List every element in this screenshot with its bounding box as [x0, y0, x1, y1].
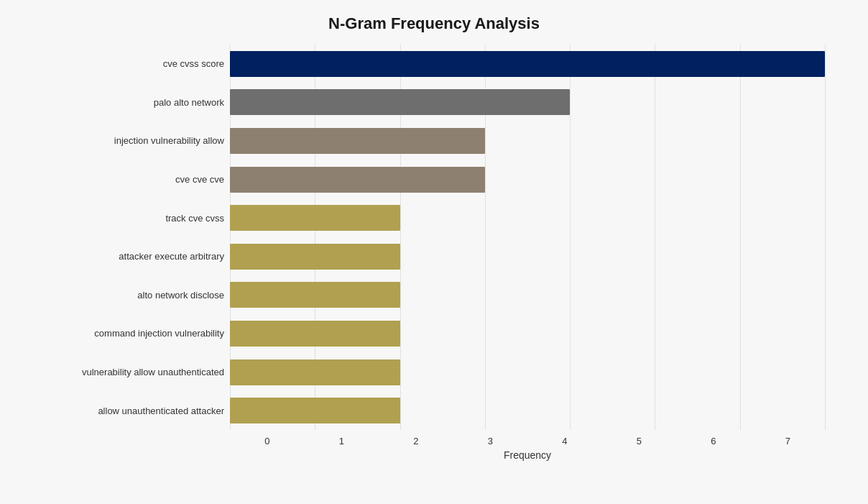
y-label: cve cve cve — [43, 161, 224, 198]
bar-row — [230, 203, 825, 232]
chart-body: cve cvss scorepalo alto networkinjection… — [43, 45, 825, 461]
bar-row — [230, 280, 825, 309]
x-tick: 3 — [453, 436, 528, 446]
chart-container: N-Gram Frequency Analysis cve cvss score… — [0, 0, 868, 504]
bar — [230, 205, 400, 231]
x-axis: 01234567 — [230, 430, 825, 446]
y-label: injection vulnerability allow — [43, 122, 224, 160]
bar-row — [230, 396, 825, 425]
bar-row — [230, 127, 825, 155]
x-tick: 5 — [602, 436, 677, 446]
bar — [230, 244, 400, 270]
bar-row — [230, 358, 825, 387]
bar-row — [230, 165, 825, 194]
bars-area: cve cvss scorepalo alto networkinjection… — [43, 45, 825, 430]
bar — [230, 89, 570, 115]
bars-and-grid — [230, 45, 825, 430]
y-label: attacker execute arbitrary — [43, 238, 224, 275]
bar — [230, 321, 400, 347]
x-tick: 0 — [230, 436, 305, 446]
x-tick: 1 — [305, 436, 379, 446]
bar — [230, 282, 400, 308]
bar-row — [230, 50, 825, 78]
chart-title: N-Gram Frequency Analysis — [43, 14, 825, 33]
y-label: allow unauthenticated attacker — [43, 392, 224, 429]
x-tick: 7 — [751, 436, 826, 446]
y-label: command injection vulnerability — [43, 315, 224, 352]
y-label: track cve cvss — [43, 199, 224, 237]
x-tick: 2 — [379, 436, 453, 446]
bar — [230, 128, 485, 154]
bar-row — [230, 242, 825, 271]
x-tick: 4 — [527, 436, 602, 446]
x-axis-label: Frequency — [230, 449, 825, 461]
y-label: cve cvss score — [43, 45, 224, 83]
bar-row — [230, 88, 825, 116]
bar — [230, 398, 400, 423]
y-label: vulnerability allow unauthenticated — [43, 354, 224, 391]
bar-row — [230, 319, 825, 348]
bar — [230, 359, 400, 385]
x-tick: 6 — [676, 436, 751, 446]
grid-line — [825, 45, 826, 430]
y-label: palo alto network — [43, 83, 224, 121]
bar — [230, 167, 485, 193]
y-labels: cve cvss scorepalo alto networkinjection… — [43, 45, 230, 430]
bar — [230, 51, 825, 77]
y-label: alto network disclose — [43, 276, 224, 313]
